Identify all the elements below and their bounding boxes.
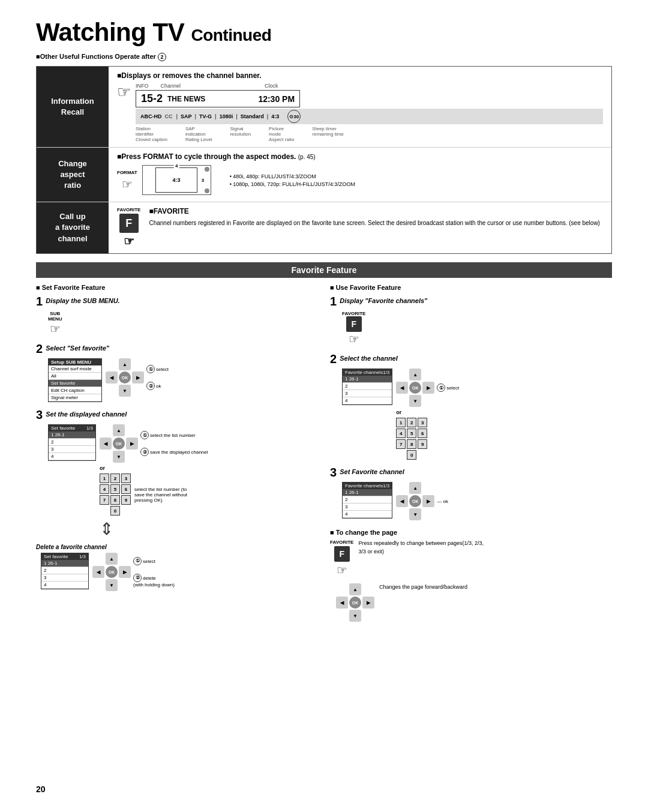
aspect-visual: 4:3 4 3	[142, 164, 220, 197]
use-step-2: 2 Select the channel Favorite channels 1…	[330, 352, 612, 460]
call-up-hand-icon: ☞	[124, 234, 134, 248]
section-intro: ■Other Useful Functions Operate after 2	[36, 53, 612, 61]
dpad-use-step3: ▲ ◀ OK ▶ ▼	[396, 482, 434, 520]
page-title: Watching TV Continued	[36, 18, 612, 47]
info-recall-label: InformationRecall	[37, 67, 109, 147]
aspect-title: ■Press FORMAT to cycle through the aspec…	[117, 152, 603, 161]
set-step-2: 2 Select "Set favorite" Setup SUB MENU C…	[36, 342, 318, 402]
favorite-feature-header: Favorite Feature	[36, 262, 612, 278]
banner-sublabels: StationidentifierClosed caption SAPindic…	[136, 126, 603, 142]
info-recall-title: ■Displays or removes the channel banner.	[117, 71, 603, 80]
change-page-description2: Changes the page forward/backward	[379, 583, 467, 592]
aspect-bullets: • 480i, 480p: FULL/JUST/4:3/ZOOM • 1080p…	[230, 173, 355, 187]
set-fav-box-step3: Set favorite 1/3 1 26-1 2 3 4	[48, 424, 96, 461]
favorite-description: ■FAVORITE Channel numbers registered in …	[149, 207, 600, 227]
use-favorite-title: ■Use Favorite Feature	[330, 284, 612, 291]
two-col-layout: ■Set Favorite Feature 1 Display the SUB …	[36, 284, 612, 622]
info-recall-content: ■Displays or removes the channel banner.…	[109, 67, 611, 147]
dpad-step3: ▲ ◀ OK ▶ ▼	[100, 424, 138, 463]
sub-menu-icon: SUBMENU ☞	[48, 311, 62, 336]
use-favorite-col: ■Use Favorite Feature 1 Display "Favorit…	[330, 284, 612, 622]
dpad-use-step2: ▲ ◀ OK ▶ ▼	[396, 368, 434, 407]
info-recall-row: InformationRecall ■Displays or removes t…	[37, 67, 611, 148]
aspect-circle2	[205, 188, 209, 193]
channel-name: THE NEWS	[167, 95, 205, 103]
format-label: FORMAT	[117, 170, 137, 175]
numgrid-use-step2: 1 2 3 4 5 6 7 8 9 0	[396, 418, 427, 460]
channel-time: 12:30 PM	[258, 94, 295, 104]
hand-icon: ☞	[117, 83, 131, 101]
call-up-row: Call upa favoritechannel FAVORITE F ☞ ■F…	[37, 202, 611, 253]
page-number: 20	[36, 784, 46, 794]
set-favorite-title: ■Set Favorite Feature	[36, 284, 318, 291]
use-fav-box-step2: Favorite channels 1/3 1 26-1 2 3 4	[342, 368, 392, 405]
title-text: Watching TV	[36, 18, 184, 46]
banner-display: 15-2 THE NEWS 12:30 PM	[136, 90, 300, 107]
info-hand-row: ☞ INFO Channel Clock 15-2 THE NEWS 12:30…	[117, 83, 603, 142]
format-section: FORMAT ☞ 4:3 4 3	[117, 164, 603, 197]
banner-subrow: ABC-HD CC | SAP | TV-G | 1080i | Standar…	[136, 109, 603, 124]
aspect-inner-box: 4:3 4 3	[155, 167, 197, 193]
call-up-label: Call upa favoritechannel	[37, 202, 109, 253]
set-favorite-col: ■Set Favorite Feature 1 Display the SUB …	[36, 284, 318, 622]
delete-fav-section: Delete a favorite channel Set favorite 1…	[36, 544, 318, 591]
change-page-description: Press repeatedly to change between pages…	[358, 540, 490, 556]
channel-number: 15-2	[141, 92, 163, 105]
continued-text: Continued	[191, 26, 271, 44]
main-info-box: InformationRecall ■Displays or removes t…	[36, 66, 612, 254]
setup-sub-menu-box: Setup SUB MENU Channel surf mode All Set…	[48, 358, 102, 402]
favorite-box: FAVORITE F ☞ ■FAVORITE Channel numbers r…	[117, 207, 603, 248]
change-aspect-content: ■Press FORMAT to cycle through the aspec…	[109, 148, 611, 202]
aspect-circle	[205, 167, 209, 172]
format-hand-icon: ☞	[122, 177, 133, 191]
delete-label: Delete a favorite channel	[36, 544, 318, 550]
use-fav-icon: FAVORITE F ☞	[342, 311, 365, 346]
fav-letter-use: F	[346, 316, 362, 332]
use-step-3: 3 Set Favorite channel Favorite channels…	[330, 466, 612, 520]
circle-number: 2	[158, 53, 166, 61]
banner-top-labels: INFO Channel Clock	[136, 83, 603, 89]
use-step-1: 1 Display "Favorite channels" FAVORITE F…	[330, 295, 612, 346]
dpad-delete: ▲ ◀ OK ▶ ▼	[92, 553, 131, 591]
call-up-content: FAVORITE F ☞ ■FAVORITE Channel numbers r…	[109, 202, 611, 253]
set-step-3: 3 Set the displayed channel Set favorite…	[36, 408, 318, 539]
delete-fav-box: Set favorite 1/3 1 26-1 2 3 4	[41, 553, 89, 589]
favorite-icon-label: FAVORITE	[117, 207, 140, 212]
change-aspect-label: Changeaspectratio	[37, 148, 109, 202]
sleep-timer-icon: ⊙30	[287, 110, 301, 123]
change-page-fav-icon: FAVORITE F ☞	[330, 540, 353, 577]
to-change-page-section: ■To change the page FAVORITE F ☞ Press r…	[330, 529, 612, 622]
banner-info: INFO Channel Clock 15-2 THE NEWS 12:30 P…	[136, 83, 603, 142]
use-fav-box-step3: Favorite channels 1/3 1 26-1 2 3 4	[342, 482, 392, 519]
to-change-page-title: ■To change the page	[330, 529, 612, 536]
numgrid-step3: 1 2 3 4 5 6 7 8 9 0	[100, 474, 131, 516]
favorite-letter-box: F	[119, 214, 139, 233]
updown-arrow-icon: ⇕	[100, 519, 113, 539]
dpad-change-page: ▲ ◀ OK ▶ ▼	[336, 583, 374, 622]
dpad-step2: ▲ ◀ OK ▶ ▼	[106, 358, 144, 397]
favorite-icon-box: FAVORITE F ☞	[117, 207, 140, 248]
format-icon-col: FORMAT ☞	[117, 170, 137, 191]
set-step-1: 1 Display the SUB MENU. SUBMENU ☞	[36, 295, 318, 336]
change-aspect-row: Changeaspectratio ■Press FORMAT to cycle…	[37, 148, 611, 202]
